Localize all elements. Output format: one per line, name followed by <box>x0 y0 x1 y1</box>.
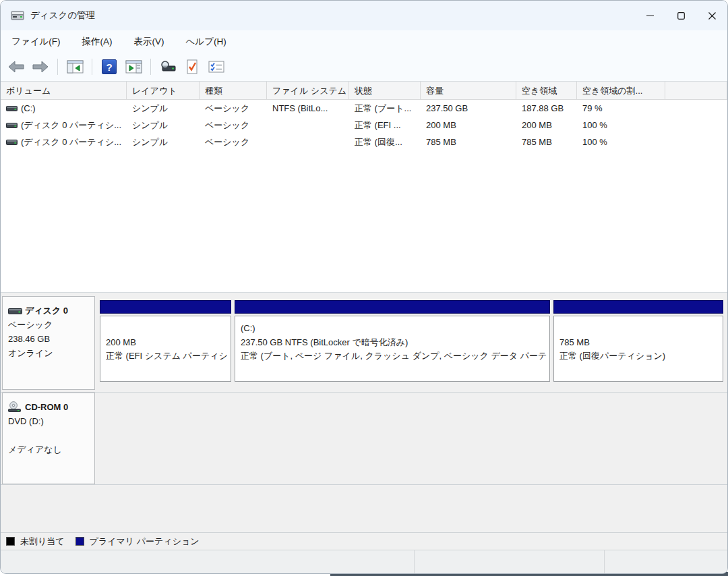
disk0-type: ベーシック <box>8 318 90 332</box>
toolbar-separator <box>57 59 58 75</box>
disk0-panel[interactable]: ディスク 0 ベーシック 238.46 GB オンライン <box>2 296 95 390</box>
status-section <box>414 550 604 573</box>
legend-bar: 未割り当て プライマリ パーティション <box>1 532 727 550</box>
volume-disk-icon <box>6 121 18 129</box>
partition-recovery-band <box>553 300 723 314</box>
unallocated-label: 未割り当て <box>20 536 65 548</box>
back-icon[interactable] <box>6 57 26 76</box>
disk-management-window: ディスクの管理 ファイル(F) 操作(A) 表示(V) ヘルプ(H) <box>0 0 728 574</box>
volume-name: (ディスク 0 パーティシ... <box>21 119 121 132</box>
volume-list: ボリューム レイアウト 種類 ファイル システム 状態 容量 空き領域 空き領域… <box>1 82 727 292</box>
task-list-icon[interactable] <box>206 57 226 76</box>
cdrom0-drive: DVD (D:) <box>8 414 90 428</box>
disk-view-icon[interactable] <box>158 57 178 76</box>
cdrom0-panel[interactable]: CD-ROM 0 DVD (D:) メディアなし <box>2 393 95 484</box>
row-separator <box>1 484 727 485</box>
volume-percent-free: 79 % <box>577 100 665 117</box>
partition-title: (C:) <box>241 322 549 336</box>
status-section <box>604 550 727 573</box>
volume-filesystem <box>267 134 349 150</box>
volume-layout: シンプル <box>127 134 200 150</box>
partition-size: 200 MB <box>106 336 231 350</box>
disk0-label: ディスク 0 <box>25 304 68 318</box>
disk0-status: オンライン <box>8 346 90 360</box>
volume-name: (C:) <box>21 103 36 113</box>
cdrom0-media: メディアなし <box>8 442 90 457</box>
volume-free-space: 785 MB <box>516 134 577 150</box>
check-document-icon[interactable] <box>182 57 202 76</box>
volume-status: 正常 (回復... <box>349 134 421 150</box>
partition-size: 237.50 GB NTFS (BitLocker で暗号化済み) <box>241 336 549 350</box>
window-title: ディスクの管理 <box>30 9 95 22</box>
toolbar-separator <box>92 59 92 75</box>
volume-status: 正常 (ブート... <box>349 100 421 117</box>
volume-type: ベーシック <box>200 100 267 117</box>
volume-percent-free: 100 % <box>577 117 665 134</box>
cdrom-icon <box>8 401 23 413</box>
partition-title <box>559 322 723 336</box>
volume-name: (ディスク 0 パーティシ... <box>21 136 121 148</box>
row-separator <box>1 392 727 393</box>
volume-filesystem: NTFS (BitLo... <box>267 100 349 117</box>
partition-efi[interactable]: 200 MB 正常 (EFI システム パーティシ <box>100 300 231 382</box>
show-action-pane-icon[interactable] <box>123 57 144 76</box>
partition-size: 785 MB <box>559 336 723 350</box>
volume-list-header: ボリューム レイアウト 種類 ファイル システム 状態 容量 空き領域 空き領域… <box>1 82 727 100</box>
partition-efi-band <box>100 300 231 314</box>
forward-icon[interactable] <box>30 57 51 76</box>
column-header-type[interactable]: 種類 <box>200 82 267 99</box>
cdrom0-label: CD-ROM 0 <box>25 400 68 414</box>
column-header-filesystem[interactable]: ファイル システム <box>267 82 349 99</box>
volume-disk-icon <box>6 105 18 112</box>
close-button[interactable] <box>696 1 727 30</box>
menu-file[interactable]: ファイル(F) <box>3 32 69 51</box>
volume-filesystem <box>267 117 349 134</box>
volume-free-space: 187.88 GB <box>516 100 577 117</box>
menu-view[interactable]: 表示(V) <box>126 32 173 51</box>
disk-drive-icon <box>8 307 22 315</box>
unallocated-swatch <box>6 537 15 546</box>
partition-c-band <box>235 300 550 314</box>
volume-capacity: 237.50 GB <box>421 100 516 117</box>
titlebar: ディスクの管理 <box>1 1 727 30</box>
menu-bar: ファイル(F) 操作(A) 表示(V) ヘルプ(H) <box>1 30 727 53</box>
partition-status: 正常 (回復パーティション) <box>559 349 723 364</box>
volume-disk-icon <box>6 138 18 146</box>
partition-c[interactable]: (C:) 237.50 GB NTFS (BitLocker で暗号化済み) 正… <box>235 300 550 382</box>
app-disk-icon <box>11 10 24 21</box>
toolbar: ? <box>1 53 727 82</box>
partition-status: 正常 (EFI システム パーティシ <box>106 349 231 364</box>
status-bar <box>1 550 727 573</box>
help-icon[interactable]: ? <box>99 57 119 76</box>
volume-type: ベーシック <box>200 134 267 150</box>
volume-layout: シンプル <box>127 100 200 117</box>
column-header-free-space[interactable]: 空き領域 <box>516 82 577 99</box>
column-header-capacity[interactable]: 容量 <box>421 82 516 99</box>
column-header-percent-free[interactable]: 空き領域の割... <box>577 82 665 99</box>
primary-partition-label: プライマリ パーティション <box>90 536 200 548</box>
column-header-status[interactable]: 状態 <box>349 82 421 99</box>
menu-help[interactable]: ヘルプ(H) <box>178 32 235 51</box>
volume-row-recovery[interactable]: (ディスク 0 パーティシ... シンプル ベーシック 正常 (回復... 78… <box>1 134 727 150</box>
volume-row-efi[interactable]: (ディスク 0 パーティシ... シンプル ベーシック 正常 (EFI ... … <box>1 117 727 134</box>
column-header-volume[interactable]: ボリューム <box>1 82 127 99</box>
menu-action[interactable]: 操作(A) <box>74 32 121 51</box>
minimize-button[interactable] <box>634 1 665 30</box>
volume-layout: シンプル <box>127 117 200 134</box>
maximize-button[interactable] <box>665 1 696 30</box>
partition-status: 正常 (ブート, ページ ファイル, クラッシュ ダンプ, ベーシック データ … <box>241 349 549 364</box>
column-header-layout[interactable]: レイアウト <box>127 82 200 99</box>
show-console-tree-icon[interactable] <box>65 57 85 76</box>
disk0-size: 238.46 GB <box>8 332 90 346</box>
volume-status: 正常 (EFI ... <box>349 117 421 134</box>
partition-title <box>106 322 231 336</box>
volume-free-space: 200 MB <box>516 117 577 134</box>
volume-row-c[interactable]: (C:) シンプル ベーシック NTFS (BitLo... 正常 (ブート..… <box>1 100 727 117</box>
partition-recovery[interactable]: 785 MB 正常 (回復パーティション) <box>553 300 723 382</box>
toolbar-separator <box>150 59 151 75</box>
column-header-filler <box>665 82 727 99</box>
volume-capacity: 785 MB <box>421 134 516 150</box>
graphical-view: ディスク 0 ベーシック 238.46 GB オンライン 200 MB 正常 (… <box>1 292 727 532</box>
status-section <box>1 550 414 573</box>
volume-list-empty-area <box>1 150 727 292</box>
